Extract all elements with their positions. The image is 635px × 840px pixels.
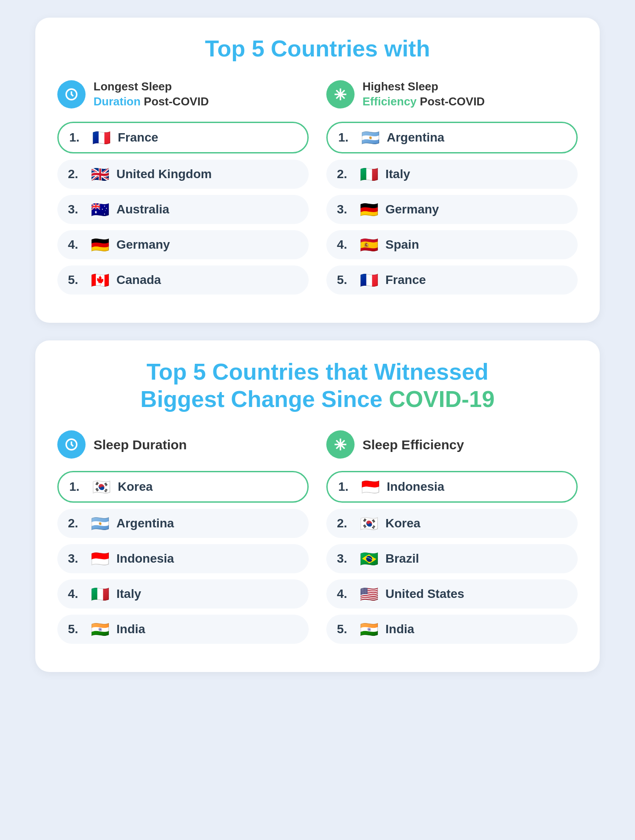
flag-germany: 🇩🇪 (91, 237, 109, 252)
efficiency-item-3: 3. 🇩🇪 Germany (326, 195, 578, 224)
snowflake-icon-circle (326, 80, 355, 108)
efficiency-item-1: 1. 🇦🇷 Argentina (326, 122, 578, 153)
flag-korea2: 🇰🇷 (360, 516, 378, 531)
flag-canada: 🇨🇦 (91, 273, 109, 287)
flag-uk: 🇬🇧 (91, 167, 109, 182)
snowflake-icon (333, 87, 347, 101)
dur-change-item-2: 2. 🇦🇷 Argentina (57, 509, 309, 538)
flag-indonesia2: 🇮🇩 (361, 479, 380, 494)
flag-argentina: 🇦🇷 (361, 130, 380, 145)
dur-change-item-5: 5. 🇮🇳 India (57, 615, 309, 644)
flag-india: 🇮🇳 (91, 622, 109, 637)
flag-italy: 🇮🇹 (360, 167, 378, 182)
card2-title: Top 5 Countries that Witnessed Biggest C… (57, 358, 578, 413)
flag-spain: 🇪🇸 (360, 237, 378, 252)
flag-italy2: 🇮🇹 (91, 586, 109, 601)
eff-change-item-5: 5. 🇮🇳 India (326, 615, 578, 644)
column-sleep-duration: Longest SleepDuration Post-COVID 1. 🇫🇷 F… (57, 79, 309, 301)
efficiency-item-4: 4. 🇪🇸 Spain (326, 230, 578, 259)
flag-indonesia: 🇮🇩 (91, 551, 109, 566)
sleep-duration-header-text: Longest SleepDuration Post-COVID (93, 79, 209, 109)
eff-change-item-1: 1. 🇮🇩 Indonesia (326, 471, 578, 503)
dur-change-item-3: 3. 🇮🇩 Indonesia (57, 544, 309, 573)
sleep-efficiency-label: Sleep Efficiency (362, 436, 464, 453)
card-top5-countries: Top 5 Countries with Longest SleepDurati… (35, 18, 600, 323)
flag-brazil: 🇧🇷 (360, 551, 378, 566)
duration-item-4: 4. 🇩🇪 Germany (57, 230, 309, 259)
flag-usa: 🇺🇸 (360, 586, 378, 601)
duration-item-5: 5. 🇨🇦 Canada (57, 265, 309, 295)
efficiency-item-5: 5. 🇫🇷 France (326, 265, 578, 295)
card1-title: Top 5 Countries with (57, 35, 578, 62)
dur-change-item-1: 1. 🇰🇷 Korea (57, 471, 309, 503)
duration-item-1: 1. 🇫🇷 France (57, 122, 309, 153)
column-duration-change: Sleep Duration 1. 🇰🇷 Korea 2. 🇦🇷 Argenti… (57, 430, 309, 650)
clock-icon-circle-2 (57, 430, 86, 459)
eff-change-item-3: 3. 🇧🇷 Brazil (326, 544, 578, 573)
column-efficiency-change: Sleep Efficiency 1. 🇮🇩 Indonesia 2. 🇰🇷 K… (326, 430, 578, 650)
dur-change-item-4: 4. 🇮🇹 Italy (57, 579, 309, 609)
duration-item-2: 2. 🇬🇧 United Kingdom (57, 160, 309, 189)
flag-france2: 🇫🇷 (360, 273, 378, 287)
eff-change-item-2: 2. 🇰🇷 Korea (326, 509, 578, 538)
snowflake-icon-2 (333, 437, 347, 452)
column-sleep-efficiency: Highest SleepEfficiency Post-COVID 1. 🇦🇷… (326, 79, 578, 301)
flag-argentina2: 🇦🇷 (91, 516, 109, 531)
sleep-efficiency-header-text: Highest SleepEfficiency Post-COVID (362, 79, 485, 109)
duration-item-3: 3. 🇦🇺 Australia (57, 195, 309, 224)
efficiency-item-2: 2. 🇮🇹 Italy (326, 160, 578, 189)
flag-korea: 🇰🇷 (92, 479, 111, 494)
sleep-duration-header: Longest SleepDuration Post-COVID (57, 79, 309, 109)
sleep-duration-label: Sleep Duration (93, 436, 187, 453)
sleep-efficiency-header: Highest SleepEfficiency Post-COVID (326, 79, 578, 109)
flag-germany2: 🇩🇪 (360, 202, 378, 217)
card1-columns: Longest SleepDuration Post-COVID 1. 🇫🇷 F… (57, 79, 578, 301)
clock-icon-circle (57, 80, 86, 108)
flag-france: 🇫🇷 (92, 130, 111, 145)
card-biggest-change: Top 5 Countries that Witnessed Biggest C… (35, 340, 600, 672)
clock-icon-2 (64, 437, 78, 452)
card2-columns: Sleep Duration 1. 🇰🇷 Korea 2. 🇦🇷 Argenti… (57, 430, 578, 650)
eff-change-item-4: 4. 🇺🇸 United States (326, 579, 578, 609)
duration-change-header: Sleep Duration (57, 430, 309, 459)
efficiency-change-header: Sleep Efficiency (326, 430, 578, 459)
snowflake-icon-circle-2 (326, 430, 355, 459)
flag-india2: 🇮🇳 (360, 622, 378, 637)
clock-icon (64, 87, 78, 101)
flag-australia: 🇦🇺 (91, 202, 109, 217)
